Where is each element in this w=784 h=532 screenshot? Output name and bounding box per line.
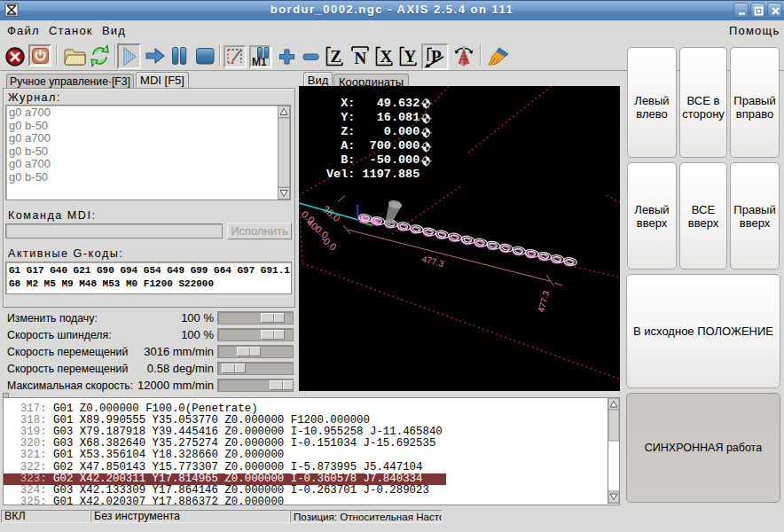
svg-text:N: N (355, 49, 367, 67)
svg-text:Z: Z (331, 47, 342, 66)
svg-text:Y: Y (404, 47, 417, 66)
svg-text:M1: M1 (252, 56, 267, 67)
svg-text:477.3: 477.3 (536, 289, 551, 313)
svg-text:38.0: 38.0 (321, 203, 342, 223)
svg-text:477.3: 477.3 (421, 254, 445, 269)
svg-text:X: X (380, 47, 393, 66)
